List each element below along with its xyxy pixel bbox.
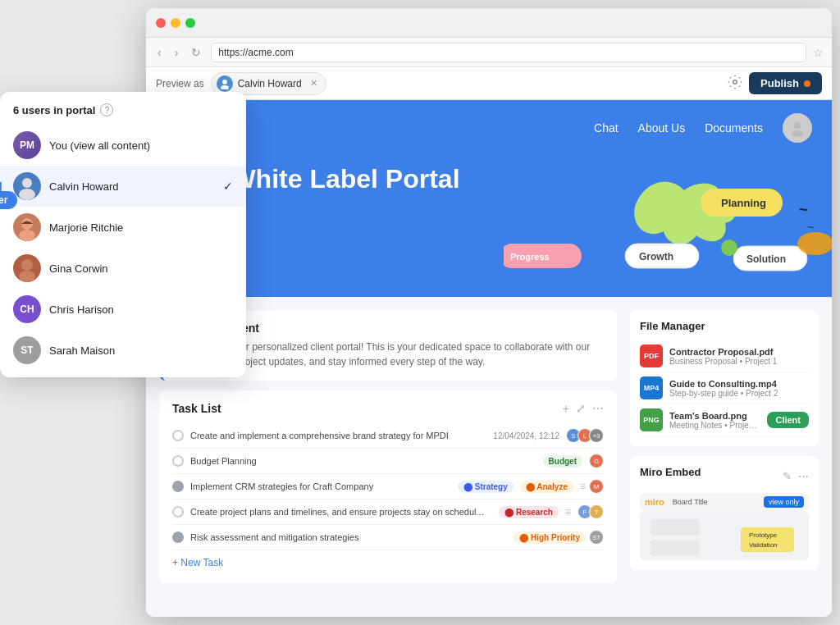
miro-embed-card: Miro Embed ✎ ⋯ miro Board Title view onl… (630, 456, 819, 570)
new-task-label: + New Task (172, 557, 223, 568)
avatar-stack: F T (578, 504, 604, 519)
user-chip-name: Calvin Howard (238, 78, 302, 89)
portal-user-avatar[interactable] (783, 113, 812, 143)
side-panel: File Manager PDF Contractor Proposal.pdf… (630, 310, 819, 604)
refresh-button[interactable]: ↻ (188, 44, 204, 61)
nav-chat[interactable]: Chat (594, 121, 619, 135)
list-icon: ≡ (580, 481, 586, 492)
task-expand-icon[interactable]: ⤢ (576, 402, 586, 415)
svg-text:Growth: Growth (639, 251, 673, 262)
settings-icon[interactable] (728, 75, 742, 93)
task-name: Risk assessment and mitigation strategie… (190, 532, 507, 542)
svg-point-0 (222, 80, 227, 84)
avatar-gina (13, 254, 41, 282)
user-avatar-small (217, 75, 233, 92)
user-name-you: You (view all content) (49, 139, 233, 152)
bookmark-icon[interactable]: ☆ (813, 46, 824, 59)
user-name-marjorie: Marjorie Ritchie (49, 221, 233, 234)
minimize-button[interactable] (171, 18, 180, 28)
list-item: PNG Team's Board.png Meeting Notes • Pro… (640, 404, 809, 436)
table-row: Risk assessment and mitigation strategie… (172, 525, 604, 550)
svg-point-27 (19, 271, 35, 282)
list-icon: ≡ (565, 506, 571, 518)
svg-point-14 (721, 240, 737, 256)
avatar-sarah: ST (13, 336, 41, 364)
user-item-gina[interactable]: Gina Corwin (0, 248, 246, 289)
users-dropdown[interactable]: 6 users in portal ? PM You (view all con… (0, 92, 246, 377)
user-item-marjorie[interactable]: Marjorie Ritchie (0, 207, 246, 248)
task-badge: ⬤ High Priority (514, 531, 586, 544)
user-item-chris[interactable]: CH Chris Harison (0, 289, 246, 330)
task-checkbox-done[interactable] (172, 531, 184, 543)
file-info: Contractor Proposal.pdf Business Proposa… (669, 347, 809, 366)
task-checkbox-done[interactable] (172, 481, 184, 492)
avatar: ST (589, 530, 604, 545)
table-row: Create and implement a comprehensive bra… (172, 423, 604, 449)
task-checkbox[interactable] (172, 506, 184, 518)
task-add-icon[interactable]: + (563, 402, 569, 415)
avatar-chris: CH (13, 295, 41, 323)
svg-point-4 (792, 130, 803, 137)
hero-shapes: Planning Growth Solution Progress ~ ~ (504, 166, 832, 297)
task-header: Task List + ⤢ ⋯ (172, 402, 604, 415)
miro-edit-icon[interactable]: ✎ (783, 470, 792, 482)
svg-point-22 (22, 178, 32, 188)
dropdown-header: 6 users in portal ? (0, 103, 246, 125)
table-row: Create project plans and timelines, and … (172, 500, 604, 525)
miro-header: Miro Embed ✎ ⋯ (640, 466, 809, 486)
user-item-calvin[interactable]: ◀ Calvin Howard ✓ (0, 166, 246, 207)
browser-window: ‹ › ↻ ☆ Preview as Calvin Howard ✕ Publi… (146, 8, 832, 617)
avatar: T (589, 504, 604, 519)
address-input[interactable] (211, 43, 806, 62)
task-checkbox[interactable] (172, 455, 184, 467)
svg-text:~: ~ (807, 221, 814, 234)
avatar-you: PM (13, 131, 41, 159)
user-name-sarah: Sarah Maison (49, 344, 233, 357)
miro-menu-icon[interactable]: ⋯ (798, 470, 809, 482)
task-name: Create and implement a comprehensive bra… (190, 431, 486, 440)
avatar: G (589, 454, 604, 468)
table-row: Budget Planning Budget G (172, 449, 604, 474)
svg-text:Solution: Solution (746, 253, 786, 265)
new-task-button[interactable]: + New Task (172, 550, 223, 572)
task-name: Create project plans and timelines, and … (190, 507, 492, 517)
preview-as-label: Preview as (156, 78, 204, 89)
user-item-you[interactable]: PM You (view all content) (0, 125, 246, 166)
chip-close-icon[interactable]: ✕ (310, 78, 317, 89)
table-row: Implement CRM strategies for Craft Compa… (172, 474, 604, 500)
address-bar-row: ‹ › ↻ ☆ (146, 38, 832, 67)
user-name-chris: Chris Harison (49, 303, 233, 316)
task-checkbox[interactable] (172, 430, 184, 441)
title-bar (146, 8, 832, 38)
file-manager-title: File Manager (640, 320, 809, 332)
publish-button[interactable]: Publish (749, 72, 822, 94)
back-button[interactable]: ‹ (154, 44, 165, 61)
task-date: 12/04/2024, 12:12 (493, 431, 559, 440)
task-name: Budget Planning (190, 456, 536, 466)
main-content: Chat About Us Documents Your White Label… (146, 100, 832, 617)
nav-about[interactable]: About Us (638, 121, 686, 135)
user-name-gina: Gina Corwin (49, 262, 233, 275)
publish-label: Publish (760, 77, 799, 89)
close-button[interactable] (156, 18, 166, 28)
miro-logo: miro (645, 497, 664, 507)
miro-view-only-btn[interactable]: view only (764, 496, 804, 508)
svg-text:Prototype: Prototype (749, 531, 778, 539)
maximize-button[interactable] (185, 18, 195, 28)
file-meta: Step-by-step guide • Project 2 (669, 389, 809, 398)
user-item-sarah[interactable]: ST Sarah Maison (0, 330, 246, 371)
task-menu-icon[interactable]: ⋯ (592, 402, 604, 415)
task-badge: Budget (543, 455, 582, 468)
forward-button[interactable]: › (171, 44, 182, 61)
avatar-stack: S L +3 (566, 428, 604, 443)
publish-status-dot (804, 80, 810, 87)
miro-board-title: Board Title (673, 498, 708, 506)
task-name: Implement CRM strategies for Craft Compa… (190, 481, 451, 491)
svg-point-23 (19, 189, 35, 200)
file-name: Guide to Consulting.mp4 (669, 379, 809, 389)
users-dropdown-overlay: Manager 6 users in portal ? PM You (view… (0, 92, 246, 377)
nav-documents[interactable]: Documents (705, 121, 763, 135)
client-badge: Client (767, 412, 809, 428)
file-info: Team's Board.png Meeting Notes • Project… (669, 411, 760, 430)
help-icon[interactable]: ? (100, 103, 113, 116)
